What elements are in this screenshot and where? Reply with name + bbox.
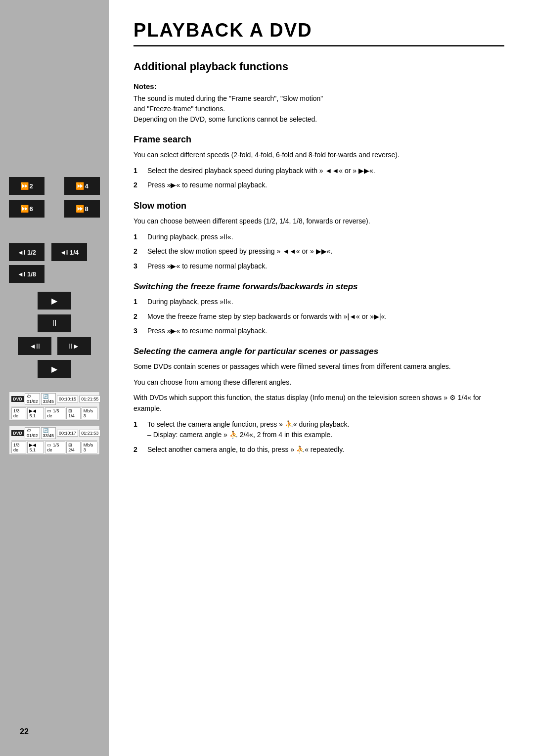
page-title: PLAYBACK A DVD — [134, 20, 504, 46]
chapter-icon-2: 🔄 — [43, 428, 48, 433]
notes-text: The sound is muted during the "Frame sea… — [134, 93, 504, 125]
step-num-2: 2 — [134, 180, 141, 191]
angle-1: ⊞ 1/4 — [66, 407, 81, 419]
freeze-frame-steps: 1 During playback, press »II«. 2 Move th… — [134, 297, 504, 337]
slow-row-2: ◄I 1/8 — [9, 265, 44, 283]
dvd-label-2: DVD — [11, 430, 24, 436]
freeze-step-num-1: 1 — [134, 297, 141, 308]
play-button-2[interactable]: ▶ — [38, 360, 71, 378]
additional-playback-title: Additional playback functions — [134, 60, 504, 73]
notes-line-3: Depending on the DVD, some functions can… — [134, 115, 317, 123]
status-bottom-1: 1/3 de ▶◀ 5.1 ▭ 1/5 de ⊞ 1/4 Mb/s 3 — [11, 407, 97, 419]
time2-2: 01:21:53 — [79, 430, 100, 437]
slow-motion-block: Slow motion You can choose between diffe… — [134, 201, 504, 272]
track-1: ⏱ 01/02 — [25, 393, 40, 405]
camera-step-1: 1 To select the camera angle function, p… — [134, 419, 504, 441]
frame-search-step-1: 1 Select the desired playback speed duri… — [134, 166, 504, 177]
ff-row-2: ⏩ 6 ⏩ 8 — [9, 200, 100, 218]
sub-1: ▭ 1/5 de — [45, 407, 65, 419]
slow-step-text-1: During playback, press »II«. — [147, 232, 504, 243]
playback-controls-section: ▶ II ◄II II► ▶ — [0, 283, 109, 378]
ff-label-8: 8 — [85, 205, 88, 213]
slow-row-1: ◄I 1/2 ◄I 1/4 — [9, 243, 87, 261]
frame-search-description: You can select different speeds (2-fold,… — [134, 150, 504, 161]
status-bottom-2: 1/3 de ▶◀ 5.1 ▭ 1/5 de ⊞ 2/4 Mb/s 3 — [11, 442, 97, 453]
camera-intro-2: You can choose from among these differen… — [134, 377, 504, 388]
slow-label-half: ◄I 1/2 — [17, 249, 36, 256]
pos-2: 1/3 de — [11, 442, 26, 453]
mbps-1: Mb/s 3 — [82, 407, 97, 419]
notes-label: Notes: — [134, 82, 504, 90]
frame-search-title: Frame search — [134, 134, 504, 145]
play-icon: ▶ — [51, 296, 57, 306]
notes-line-2: and "Freeze-frame" functions. — [134, 105, 225, 113]
page-number: 22 — [20, 727, 29, 736]
ff-label-2: 2 — [29, 182, 33, 190]
status-top-2: DVD ⏱ 01/02 🔄 33/45 00:10:17 01:21:53 — [11, 427, 97, 441]
freeze-step-2: 2 Move the freeze frame step by step bac… — [134, 311, 504, 322]
camera-intro-1: Some DVDs contain scenes or passages whi… — [134, 361, 504, 372]
ff-button-6[interactable]: ⏩ 6 — [9, 200, 44, 218]
pause-button[interactable]: II — [38, 314, 71, 332]
notes-line-1: The sound is muted during the "Frame sea… — [134, 94, 323, 102]
slow-step-num-3: 3 — [134, 261, 141, 272]
angle-2: ⊞ 2/4 — [66, 442, 81, 453]
freeze-step-num-3: 3 — [134, 326, 141, 337]
ff-button-2[interactable]: ⏩ 2 — [9, 177, 44, 195]
slow-motion-title: Slow motion — [134, 201, 504, 211]
freeze-step-1: 1 During playback, press »II«. — [134, 297, 504, 308]
step-num-1: 1 — [134, 166, 141, 177]
freeze-step-text-2: Move the freeze frame step by step backw… — [147, 311, 504, 322]
status-bar-1: DVD ⏱ 01/02 🔄 33/45 00:10:15 01:21:55 1/… — [9, 392, 100, 421]
main-content: PLAYBACK A DVD Additional playback funct… — [109, 0, 534, 756]
slow-step-num-2: 2 — [134, 246, 141, 257]
pause-icon: II — [52, 319, 57, 328]
play-button[interactable]: ▶ — [38, 292, 71, 310]
sub-2: ▭ 1/5 de — [45, 442, 65, 453]
slow-motion-description: You can choose between different speeds … — [134, 216, 504, 227]
slow-section: ◄I 1/2 ◄I 1/4 ◄I 1/8 — [0, 231, 109, 283]
time1-1: 00:10:15 — [57, 396, 78, 402]
chapter-icon-1: 🔄 — [43, 394, 48, 399]
slow-button-quarter[interactable]: ◄I 1/4 — [51, 243, 87, 261]
chapter-2: 🔄 33/45 — [41, 427, 56, 439]
camera-angle-title: Selecting the camera angle for particula… — [134, 347, 504, 356]
camera-step-num-2: 2 — [134, 445, 141, 455]
step-text-2: Press »▶« to resume normal playback. — [147, 180, 504, 191]
frame-search-block: Frame search You can select different sp… — [134, 134, 504, 191]
pos-icon-1: ▶◀ 5.1 — [27, 407, 44, 419]
ff-button-4[interactable]: ⏩ 4 — [64, 177, 100, 195]
freeze-frame-title: Switching the freeze frame forwards/back… — [134, 282, 504, 292]
slow-label-eighth: ◄I 1/8 — [17, 270, 36, 278]
chapter-1: 🔄 33/45 — [41, 393, 56, 405]
camera-step-text-1: To select the camera angle function, pre… — [147, 419, 504, 441]
slow-button-half[interactable]: ◄I 1/2 — [9, 243, 44, 261]
freeze-step-3: 3 Press »▶« to resume normal playback. — [134, 326, 504, 337]
camera-angle-steps: 1 To select the camera angle function, p… — [134, 419, 504, 455]
pos-1: 1/3 de — [11, 407, 26, 419]
track-icon-1: ⏱ — [27, 394, 31, 399]
play-icon-2: ▶ — [51, 364, 57, 374]
dvd-label-1: DVD — [11, 396, 24, 402]
step-forward-button[interactable]: II► — [57, 337, 91, 355]
step-forward-icon: II► — [69, 342, 80, 350]
slow-button-eighth[interactable]: ◄I 1/8 — [9, 265, 44, 283]
camera-step-text-2: Select another camera angle, to do this,… — [147, 445, 504, 455]
slow-step-3: 3 Press »▶« to resume normal playback. — [134, 261, 504, 272]
camera-intro-3: With DVDs which support this function, t… — [134, 393, 504, 414]
step-text-1: Select the desired playback speed during… — [147, 166, 504, 177]
slow-step-num-1: 1 — [134, 232, 141, 243]
frame-search-steps: 1 Select the desired playback speed duri… — [134, 166, 504, 191]
step-back-button[interactable]: ◄II — [18, 337, 51, 355]
freeze-step-text-1: During playback, press »II«. — [147, 297, 504, 308]
frame-search-step-2: 2 Press »▶« to resume normal playback. — [134, 180, 504, 191]
slow-label-quarter: ◄I 1/4 — [60, 249, 79, 256]
ff-button-8[interactable]: ⏩ 8 — [64, 200, 100, 218]
notes-block: Notes: The sound is muted during the "Fr… — [134, 82, 504, 125]
slow-step-2: 2 Select the slow motion speed by pressi… — [134, 246, 504, 257]
ff-label-6: 6 — [29, 205, 33, 213]
mbps-2: Mb/s 3 — [82, 442, 97, 453]
ff-buttons-section: ⏩ 2 ⏩ 4 ⏩ 6 ⏩ 8 — [0, 168, 109, 231]
slow-motion-steps: 1 During playback, press »II«. 2 Select … — [134, 232, 504, 272]
time2-1: 01:21:55 — [79, 396, 100, 402]
